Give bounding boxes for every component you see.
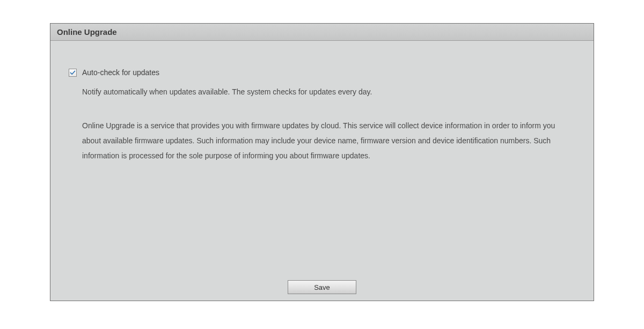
auto-check-checkbox[interactable] bbox=[69, 69, 77, 77]
service-description: Online Upgrade is a service that provide… bbox=[82, 118, 575, 163]
auto-check-row: Auto-check for updates bbox=[69, 68, 575, 77]
panel-footer: Save bbox=[50, 280, 594, 294]
panel-title: Online Upgrade bbox=[57, 27, 117, 36]
panel-body: Auto-check for updates Notify automatica… bbox=[50, 41, 594, 301]
panel-header: Online Upgrade bbox=[50, 24, 594, 41]
check-icon bbox=[70, 70, 76, 76]
notify-text: Notify automatically when updates availa… bbox=[82, 87, 575, 97]
auto-check-label: Auto-check for updates bbox=[82, 68, 159, 77]
save-button[interactable]: Save bbox=[288, 280, 356, 294]
online-upgrade-panel: Online Upgrade Auto-check for updates No… bbox=[50, 23, 594, 301]
